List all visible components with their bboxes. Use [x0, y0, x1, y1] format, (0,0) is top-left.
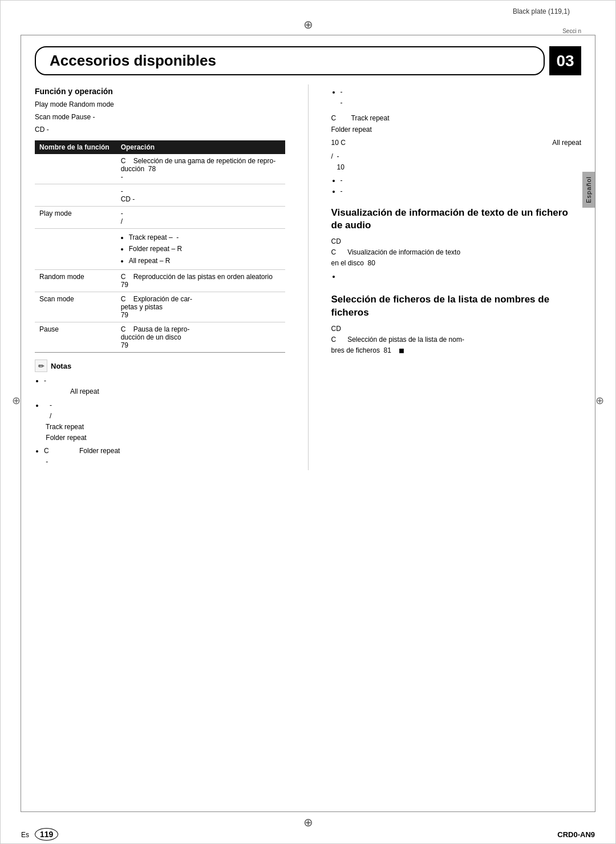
table-cell-operation: C Exploración de car-petas y pistas79: [116, 292, 285, 322]
right-section-1: Visualización de información de texto de…: [331, 207, 582, 282]
intro-line1: Play mode Random mode: [35, 99, 285, 110]
crosshair-top-icon: ⊕: [303, 18, 313, 31]
table-cell-operation: -/: [116, 207, 285, 229]
right-section-1-title: Visualización de información de texto de…: [331, 207, 582, 232]
right-extra-bullets: - -: [331, 175, 582, 197]
list-item: Track repeat – -: [129, 232, 281, 243]
black-plate-text: Black plate (119,1): [513, 7, 570, 15]
table-row: Play mode -/: [35, 207, 285, 229]
notes-list: - All repeat - / Track repeat Folder rep…: [35, 375, 285, 468]
table-row: Scan mode C Exploración de car-petas y p…: [35, 292, 285, 322]
right-column: -- C Track repeat Folder repeat 10 C All…: [325, 84, 582, 470]
table-cell-function: Random mode: [35, 270, 116, 292]
table-cell-operation: -CD -: [116, 184, 285, 207]
right-all-repeat-line: 10 C All repeat: [331, 139, 582, 147]
footer-doc-id: CRD0-AN9: [557, 830, 595, 839]
right-section-2-content: CD C Selección de pistas de la lista de …: [331, 324, 582, 357]
page-footer: Es 119 CRD0-AN9: [21, 830, 595, 839]
all-repeat-label: 10 C: [331, 139, 346, 147]
list-item: Folder repeat – R: [129, 243, 281, 255]
page-container: Black plate (119,1) Secci n ⊕ ⊕ ⊕ ⊕ Acce…: [0, 0, 616, 844]
sidebar-language: Español: [582, 172, 595, 208]
crosshair-bottom-icon: ⊕: [303, 815, 313, 829]
footer-language-label: Es 119: [21, 830, 58, 839]
content-line: CD: [331, 236, 582, 247]
footer-page-number: 119: [35, 828, 58, 841]
content-line: C Visualización de información de textoe…: [331, 247, 582, 269]
table-row: Track repeat – - Folder repeat – R All r…: [35, 229, 285, 270]
table-cell-operation: Track repeat – - Folder repeat – R All r…: [116, 229, 285, 270]
function-table: Nombre de la función Operación C Selecci…: [35, 140, 285, 353]
table-row: -CD -: [35, 184, 285, 207]
intro-line3: CD -: [35, 124, 285, 135]
footer-lang-text: Es: [21, 831, 29, 839]
table-cell-function: [35, 184, 116, 207]
table-row: Pause C Pausa de la repro-ducción de un …: [35, 322, 285, 353]
table-cell-function: Scan mode: [35, 292, 116, 322]
col-divider: [308, 84, 309, 470]
table-cell-function: Play mode: [35, 207, 116, 229]
right-track-repeat-line: C Track repeat Folder repeat: [331, 113, 582, 135]
table-col2-header: Operación: [116, 140, 285, 154]
crosshair-right-icon: ⊕: [595, 394, 604, 407]
table-cell-function: [35, 154, 116, 184]
table-cell-function: Pause: [35, 322, 116, 353]
left-column: Función y operación Play mode Random mod…: [35, 84, 292, 470]
notes-section: ✏ Notas - All repeat - / Track repea: [35, 360, 285, 468]
list-item: [341, 271, 582, 282]
list-item: - All repeat: [44, 375, 285, 397]
right-sub-lines: / - 10: [331, 151, 582, 173]
main-content: Accesorios disponibles 03 Función y oper…: [21, 35, 595, 811]
all-repeat-value: All repeat: [552, 139, 581, 147]
notes-icon: ✏: [35, 360, 47, 372]
section-label: Secci n: [562, 28, 581, 34]
list-item: --: [341, 87, 582, 108]
right-top-bullets: --: [331, 87, 582, 108]
list-item: -: [341, 186, 582, 197]
content-bullets: [331, 271, 582, 282]
page-header: Accesorios disponibles 03: [35, 46, 581, 75]
content-line: CD: [331, 324, 582, 334]
list-item: -: [341, 175, 582, 186]
right-section-2: Selección de ficheros de la lista de nom…: [331, 293, 582, 356]
two-col-layout: Función y operación Play mode Random mod…: [35, 84, 581, 470]
list-item: - / Track repeat Folder repeat: [44, 400, 285, 444]
list-item: All repeat – R: [129, 255, 281, 266]
page-title: Accesorios disponibles: [50, 52, 216, 70]
table-row: Random mode C Reproducción de las pistas…: [35, 270, 285, 292]
crosshair-left-icon: ⊕: [12, 394, 21, 407]
table-cell-function: [35, 229, 116, 270]
page-title-box: Accesorios disponibles: [35, 46, 545, 75]
table-row: C Selección de una gama de repetición de…: [35, 154, 285, 184]
list-item: C Folder repeat -: [44, 446, 285, 467]
border-right: [595, 35, 595, 812]
table-col1-header: Nombre de la función: [35, 140, 116, 154]
sidebar-lang-text: Español: [585, 176, 592, 203]
section-heading: Función y operación: [35, 87, 285, 96]
intro-line2: Scan mode Pause -: [35, 112, 285, 122]
right-section-1-content: CD C Visualización de información de tex…: [331, 236, 582, 282]
table-cell-operation: C Selección de una gama de repetición de…: [116, 154, 285, 184]
border-bottom: [21, 811, 595, 812]
notes-header: ✏ Notas: [35, 360, 285, 372]
section-number-box: 03: [549, 46, 581, 75]
right-section-2-title: Selección de ficheros de la lista de nom…: [331, 293, 582, 318]
table-cell-operation: C Pausa de la repro-ducción de un disco7…: [116, 322, 285, 353]
content-line: C Selección de pistas de la lista de nom…: [331, 334, 582, 356]
notes-label: Notas: [51, 362, 71, 370]
table-cell-operation: C Reproducción de las pistas en orden al…: [116, 270, 285, 292]
